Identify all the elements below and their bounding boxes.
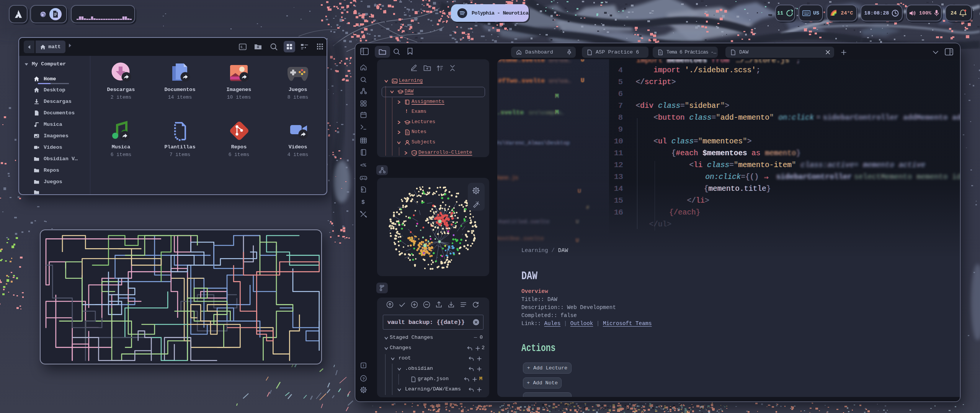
svg-text:<%: <% [360, 163, 366, 168]
svg-text:$_: $_ [240, 46, 245, 49]
svg-text:?: ? [363, 377, 365, 381]
svg-text:18: 18 [413, 151, 417, 155]
svg-text:$: $ [361, 199, 365, 205]
